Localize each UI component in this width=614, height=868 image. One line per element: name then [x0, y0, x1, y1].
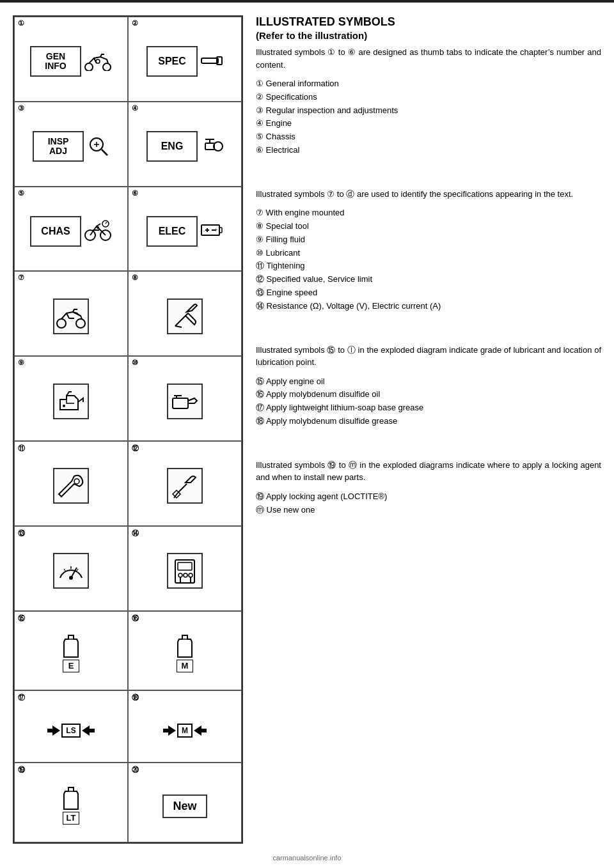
m-label: M [177, 724, 193, 738]
cell-3: ③ INSPADJ [14, 102, 128, 187]
intro-text-4: Illustrated symbols ⑲ to ⓜ in the explod… [256, 459, 601, 484]
cell-num-14: ⑭ [132, 529, 139, 538]
moly-oil-label: M [177, 660, 193, 672]
cell-6: ⑥ ELEC - + [128, 187, 242, 272]
insp-adj-box: INSPADJ [33, 131, 84, 162]
list-3: ⑮ Apply engine oil ⑯ Apply molybdenum di… [256, 375, 601, 428]
svg-point-27 [76, 319, 85, 328]
moto-mounted-icon [53, 298, 89, 334]
cell-num-7: ⑦ [18, 274, 24, 282]
engine-icon-4 [200, 134, 223, 159]
svg-point-46 [189, 573, 193, 577]
list-2-item-4: ⑩ Lubricant [256, 247, 601, 260]
cell-15: ⑮ E [14, 611, 128, 691]
list-1-item-3: ③ Regular inspection and adjustments [256, 104, 601, 118]
cell-18: ⑱ M [128, 690, 242, 763]
resistance-icon [167, 553, 203, 589]
lt-label: LT [63, 812, 79, 825]
svg-point-1 [103, 63, 111, 71]
list-1-item-2: ② Specifications [256, 91, 601, 104]
cell-13: ⑬ [14, 526, 128, 611]
svg-point-16 [97, 226, 99, 229]
cell-1: ① GENINFO [14, 17, 128, 102]
moto-icon-1 [84, 50, 112, 73]
intro-text-3: Illustrated symbols ⑮ to ⓛ in the explod… [256, 344, 601, 369]
cell-19: ⑲ LT [14, 763, 128, 842]
svg-rect-43 [178, 562, 192, 570]
content-area: ① GENINFO [0, 9, 614, 850]
svg-line-18 [106, 222, 107, 224]
svg-line-37 [60, 575, 61, 578]
svg-point-2 [96, 59, 100, 63]
cell-num-13: ⑬ [18, 529, 25, 538]
list-3-item-1: ⑮ Apply engine oil [256, 375, 601, 389]
list-2-item-1: ⑦ With engine mounted [256, 206, 601, 220]
search-icon-3 [86, 134, 109, 159]
svg-rect-20 [219, 228, 222, 233]
watermark: carmanualsonline.info [0, 850, 614, 868]
spec-label: SPEC [158, 56, 186, 67]
eng-box: ENG [146, 131, 198, 162]
list-2: ⑦ With engine mounted ⑧ Special tool ⑨ F… [256, 206, 601, 313]
svg-line-28 [175, 326, 182, 327]
watermark-text: carmanualsonline.info [272, 854, 341, 862]
cell-num-16: ⑯ [132, 614, 139, 623]
svg-point-44 [178, 573, 182, 577]
ls-label: LS [61, 724, 80, 738]
special-tool-icon [167, 298, 203, 334]
cell-num-1: ① [18, 19, 24, 27]
list-1-item-6: ⑥ Electrical [256, 144, 601, 157]
cell-num-2: ② [132, 19, 138, 27]
list-4-item-1: ⑲ Apply locking agent (LOCTITE®) [256, 490, 601, 504]
list-3-item-4: ⑱ Apply molybdenum disulfide grease [256, 415, 601, 428]
svg-marker-57 [194, 725, 201, 736]
lubricant-icon [167, 384, 203, 419]
list-1: ① General information ② Specifications ③… [256, 77, 601, 157]
cell-num-11: ⑪ [18, 444, 25, 453]
svg-line-39 [81, 575, 82, 578]
gen-info-label: GENINFO [45, 52, 66, 72]
spec-box: SPEC [146, 46, 198, 77]
cell-12: ⑫ [128, 441, 242, 526]
svg-line-6 [102, 150, 107, 155]
cell-num-9: ⑨ [18, 359, 24, 367]
battery-icon-6: - + [200, 222, 223, 240]
chas-box: CHAS [30, 216, 81, 247]
engine-oil-label: E [63, 660, 79, 672]
list-2-item-5: ⑪ Tightening [256, 260, 601, 273]
intro-text-1: Illustrated symbols ① to ⑥ are designed … [256, 46, 601, 71]
chas-label: CHAS [41, 226, 70, 237]
tightening-icon [53, 468, 89, 504]
cell-num-3: ③ [18, 104, 24, 112]
cell-17: ⑰ LS [14, 690, 128, 763]
svg-point-36 [69, 576, 73, 580]
intro-text-2: Illustrated symbols ⑦ to ⓓ are used to i… [256, 188, 601, 201]
section-subtitle: (Refer to the illustration) [256, 30, 601, 41]
eng-label: ENG [161, 141, 184, 152]
cell-num-19: ⑲ [18, 765, 25, 775]
top-border [0, 0, 614, 3]
list-1-item-4: ④ Engine [256, 117, 601, 130]
cell-5: ⑤ CHAS [14, 187, 128, 272]
cell-11: ⑪ [14, 441, 128, 526]
svg-line-41 [77, 569, 78, 571]
list-2-item-8: ⑭ Resistance (Ω), Voltage (V), Electric … [256, 300, 601, 313]
svg-marker-53 [82, 725, 90, 736]
new-label: New [173, 800, 196, 812]
list-3-item-2: ⑯ Apply molybdenum disulfide oil [256, 388, 601, 401]
cell-num-10: ⑩ [132, 359, 138, 367]
list-2-item-6: ⑫ Specified value, Service limit [256, 273, 601, 286]
cell-7: ⑦ [14, 271, 128, 356]
cell-8: ⑧ [128, 271, 242, 356]
svg-point-45 [184, 573, 187, 577]
new-symbol-wrapper: New [162, 794, 207, 818]
cell-num-4: ④ [132, 104, 138, 112]
list-4-item-2: ⓜ Use new one [256, 504, 601, 517]
specified-value-icon [167, 468, 203, 504]
cell-num-12: ⑫ [132, 444, 139, 453]
list-4: ⑲ Apply locking agent (LOCTITE®) ⓜ Use n… [256, 490, 601, 517]
svg-rect-52 [47, 729, 52, 732]
cell-4: ④ ENG [128, 102, 242, 187]
svg-point-0 [85, 63, 93, 71]
svg-marker-51 [52, 725, 60, 736]
